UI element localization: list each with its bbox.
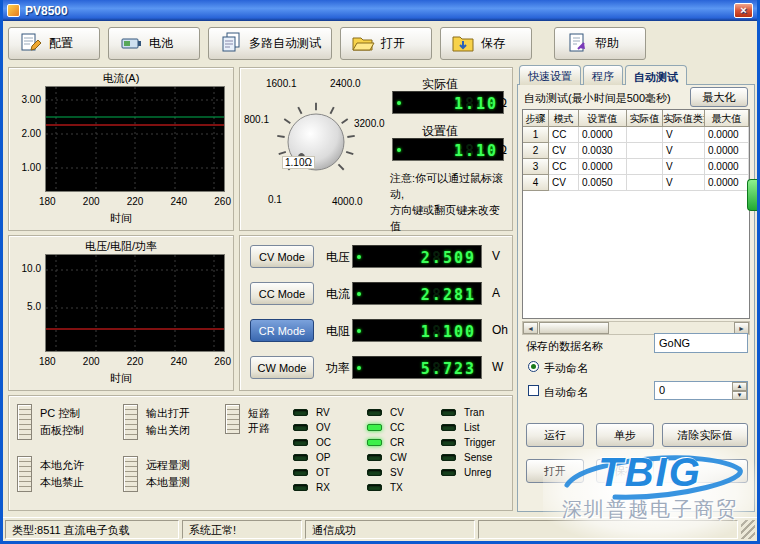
manual-name-radio[interactable] xyxy=(528,361,539,372)
cell-mode[interactable]: CV xyxy=(549,175,579,191)
led-item: Sense xyxy=(441,453,495,461)
right-panel: 快速设置 程序 自动测试 自动测试(最小时间是500毫秒) 最大化 步骤 模式 … xyxy=(517,65,755,512)
cell-type[interactable]: V xyxy=(663,127,705,143)
cell-mode[interactable]: CV xyxy=(549,143,579,159)
cv-mode-button[interactable]: CV Mode xyxy=(250,245,314,268)
short-open-group: 短路 开路 xyxy=(225,404,270,438)
cell-step[interactable]: 2 xyxy=(523,143,549,159)
scroll-left-arrow[interactable]: ◄ xyxy=(523,322,538,334)
battery-button[interactable]: 电池 xyxy=(108,27,200,60)
oc-led-label: OC xyxy=(316,437,331,448)
tab-quick-settings[interactable]: 快速设置 xyxy=(519,65,581,85)
cell-step[interactable]: 1 xyxy=(523,127,549,143)
floating-edge-badge[interactable] xyxy=(747,179,757,211)
spinner-value[interactable]: 0 xyxy=(655,382,732,399)
cell-max[interactable]: 0.0000 xyxy=(705,175,749,191)
cell-set[interactable]: 0.0050 xyxy=(579,175,627,191)
cell-actual[interactable] xyxy=(627,175,663,191)
spin-down-arrow[interactable]: ▼ xyxy=(732,391,747,400)
vrp-chart-plot xyxy=(45,254,225,352)
set-unit: Ω xyxy=(498,143,507,157)
knob-scale-3200: 3200.0 xyxy=(354,118,385,129)
value-knob-panel: 1600.1 2400.0 800.1 3200.0 0.1 4000.0 1.… xyxy=(239,67,513,231)
clear-actual-button[interactable]: 清除实际值 xyxy=(662,423,748,447)
auto-name-checkbox[interactable] xyxy=(528,385,539,396)
list-led xyxy=(441,424,456,431)
open-button[interactable]: 打开 xyxy=(340,27,432,60)
cw-mode-button[interactable]: CW Mode xyxy=(250,356,314,379)
run-button[interactable]: 运行 xyxy=(526,423,584,447)
cc-led xyxy=(367,424,382,431)
cell-max[interactable]: 0.0000 xyxy=(705,127,749,143)
open-file-button[interactable]: 打开 xyxy=(526,459,584,483)
cell-set[interactable]: 0.0030 xyxy=(579,143,627,159)
sv-led xyxy=(367,469,382,476)
cell-max[interactable]: 0.0000 xyxy=(705,143,749,159)
cell-set[interactable]: 0.0000 xyxy=(579,127,627,143)
spinner-arrows: ▲ ▼ xyxy=(732,382,747,399)
x-tick: 180 xyxy=(39,196,56,207)
cell-mode[interactable]: CC xyxy=(549,127,579,143)
cc-mode-button[interactable]: CC Mode xyxy=(250,282,314,305)
maximize-button[interactable]: 最大化 xyxy=(690,87,748,107)
display-indicator-dot xyxy=(357,292,361,296)
x-tick: 200 xyxy=(83,356,100,367)
local-forbid-label: 本地禁止 xyxy=(40,475,84,490)
x-tick: 220 xyxy=(127,196,144,207)
cell-actual[interactable] xyxy=(627,159,663,175)
toggle-labels: 本地允许 本地禁止 xyxy=(40,456,84,492)
cell-type[interactable]: V xyxy=(663,143,705,159)
open-button-label: 打开 xyxy=(381,35,405,52)
measure-source-toggle[interactable] xyxy=(123,456,138,492)
pc-panel-toggle[interactable] xyxy=(17,404,32,440)
scroll-thumb[interactable] xyxy=(539,322,609,334)
tab-auto-test[interactable]: 自动测试 xyxy=(625,65,687,85)
config-button[interactable]: 配置 xyxy=(8,27,100,60)
save-file-button[interactable]: 保存 xyxy=(596,459,654,483)
cell-set[interactable]: 0.0000 xyxy=(579,159,627,175)
cell-type[interactable]: V xyxy=(663,159,705,175)
tx-led-label: TX xyxy=(390,482,403,493)
cell-step[interactable]: 4 xyxy=(523,175,549,191)
local-allow-label: 本地允许 xyxy=(40,458,84,473)
output-toggle[interactable] xyxy=(123,404,138,440)
cell-type[interactable]: V xyxy=(663,175,705,191)
resistance-knob[interactable] xyxy=(260,86,372,198)
cr-led-label: CR xyxy=(390,437,404,448)
led-item: List xyxy=(441,423,495,431)
ot-led xyxy=(293,469,308,476)
multi-auto-test-button[interactable]: 多路自动测试 xyxy=(208,27,332,60)
help-button[interactable]: 帮助 xyxy=(554,27,646,60)
save-name-input[interactable] xyxy=(654,333,748,353)
note-line-2: 方向键或翻页键来改变值 xyxy=(390,204,500,232)
trigger-led xyxy=(441,439,456,446)
tab-program[interactable]: 程序 xyxy=(583,65,623,85)
table-row: 2 CV 0.0030 V 0.0000 xyxy=(523,143,749,159)
close-button[interactable]: × xyxy=(734,3,753,18)
voltage-unit: V xyxy=(492,249,500,263)
open-folder-icon xyxy=(351,32,375,54)
cell-mode[interactable]: CC xyxy=(549,159,579,175)
led-item: OP xyxy=(293,453,331,461)
knob-scale-min: 0.1 xyxy=(268,194,282,205)
voltage-label: 电压 xyxy=(326,249,350,266)
short-open-toggle[interactable] xyxy=(225,404,240,434)
seg-value: 5.723 xyxy=(421,360,476,378)
oc-led xyxy=(293,439,308,446)
local-enable-toggle[interactable] xyxy=(17,456,32,492)
save-button[interactable]: 保存 xyxy=(440,27,532,60)
covered-button[interactable] xyxy=(662,459,748,483)
auto-name-spinner[interactable]: 0 ▲ ▼ xyxy=(654,381,748,400)
x-axis-label: 时间 xyxy=(9,211,233,226)
toggle-labels: 远程量测 本地量测 xyxy=(146,456,190,492)
spin-up-arrow[interactable]: ▲ xyxy=(732,382,747,391)
cell-max[interactable]: 0.0000 xyxy=(705,159,749,175)
cell-step[interactable]: 3 xyxy=(523,159,549,175)
led-item: RX xyxy=(293,483,331,491)
resize-grip[interactable] xyxy=(741,520,755,539)
cell-actual[interactable] xyxy=(627,143,663,159)
cr-mode-button[interactable]: CR Mode xyxy=(250,319,314,342)
single-step-button[interactable]: 单步 xyxy=(596,423,654,447)
current-label: 电流 xyxy=(326,286,350,303)
cell-actual[interactable] xyxy=(627,127,663,143)
